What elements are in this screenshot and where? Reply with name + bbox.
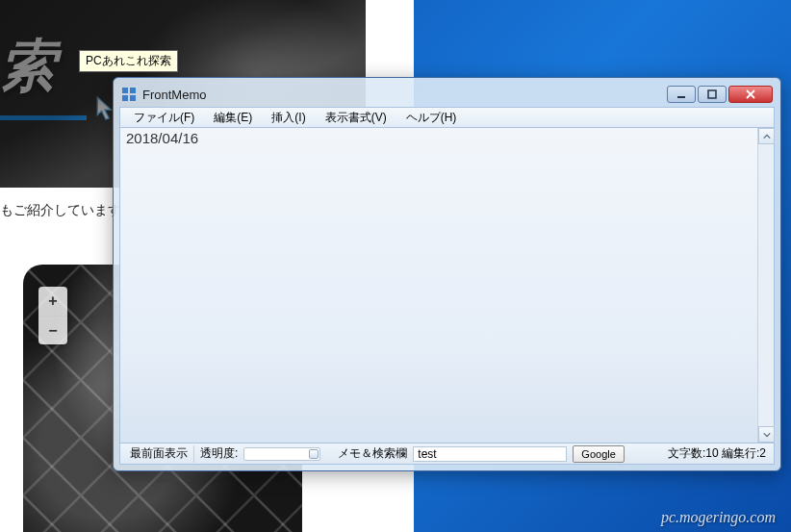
page-caption: もご紹介しています: [0, 202, 121, 219]
hero-text: 索: [0, 29, 52, 104]
svg-rect-3: [130, 95, 136, 101]
hero-underline: [0, 115, 87, 120]
maximize-button[interactable]: [698, 86, 727, 103]
menu-insert[interactable]: 挿入(I): [262, 108, 315, 128]
frontmemo-window: FrontMemo ファイル(F) 編集(E) 挿入(I) 表示書式(V) ヘル…: [113, 77, 781, 471]
char-count-label: 文字数:10 編集行:2: [668, 445, 770, 462]
scroll-up-button[interactable]: [758, 128, 775, 144]
svg-rect-5: [708, 90, 716, 98]
menu-view[interactable]: 表示書式(V): [316, 108, 396, 128]
menu-help[interactable]: ヘルプ(H): [396, 108, 467, 128]
close-button[interactable]: [728, 86, 773, 103]
svg-rect-2: [122, 95, 128, 101]
app-icon: [121, 87, 137, 102]
vertical-scrollbar[interactable]: [757, 128, 774, 443]
minimize-button[interactable]: [667, 86, 696, 103]
search-input[interactable]: [413, 446, 567, 462]
editor-content: 2018/04/16: [126, 130, 198, 146]
svg-rect-1: [130, 88, 136, 93]
menubar: ファイル(F) 編集(E) 挿入(I) 表示書式(V) ヘルプ(H): [119, 107, 775, 128]
menu-edit[interactable]: 編集(E): [204, 108, 262, 128]
opacity-slider[interactable]: [243, 447, 320, 461]
window-title: FrontMemo: [142, 88, 667, 102]
zoom-out-button[interactable]: −: [38, 316, 67, 344]
scroll-down-button[interactable]: [758, 426, 775, 443]
google-button[interactable]: Google: [573, 445, 624, 463]
text-editor[interactable]: 2018/04/16: [119, 128, 775, 443]
search-label: メモ＆検索欄: [338, 445, 407, 462]
titlebar[interactable]: FrontMemo: [119, 84, 775, 105]
tooltip: PCあれこれ探索: [79, 50, 178, 72]
menu-file[interactable]: ファイル(F): [124, 108, 204, 128]
svg-rect-0: [122, 88, 128, 93]
map-zoom-control: + −: [38, 287, 67, 344]
topmost-toggle[interactable]: 最前面表示: [124, 445, 194, 463]
opacity-label: 透明度:: [200, 445, 238, 462]
zoom-in-button[interactable]: +: [38, 287, 67, 316]
statusbar: 最前面表示 透明度: メモ＆検索欄 Google 文字数:10 編集行:2: [119, 443, 775, 465]
slider-thumb[interactable]: [309, 449, 319, 459]
